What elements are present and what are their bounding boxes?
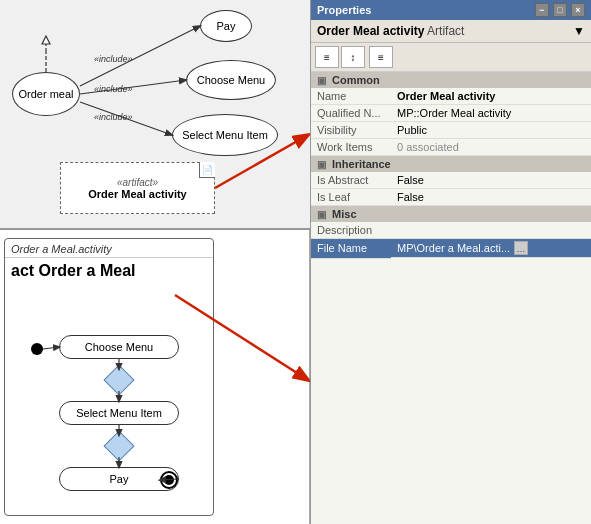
section-misc[interactable]: ▣ Misc bbox=[311, 206, 591, 223]
activity-diagram-name: act Order a Meal bbox=[5, 258, 213, 284]
toolbar-sort-btn[interactable]: ↕ bbox=[341, 46, 365, 68]
artifact-name: Order Meal activity bbox=[88, 188, 186, 200]
activity-diagram: Order a Meal.activity act Order a Meal C… bbox=[4, 238, 214, 516]
initial-node bbox=[31, 343, 43, 355]
prop-abstract-row: Is Abstract False bbox=[311, 172, 591, 189]
include-label-3: «include» bbox=[94, 112, 133, 122]
include-label-2: «include» bbox=[94, 84, 133, 94]
prop-filename-label: File Name bbox=[311, 239, 391, 259]
close-button[interactable]: × bbox=[571, 3, 585, 17]
prop-filename-value[interactable]: MP\Order a Meal.acti... bbox=[397, 242, 510, 254]
order-meal-ellipse[interactable]: Order meal bbox=[12, 72, 80, 116]
prop-name-row: Name Order Meal activity bbox=[311, 88, 591, 105]
include-label-1: «include» bbox=[94, 54, 133, 64]
section-common[interactable]: ▣ Common bbox=[311, 72, 591, 88]
artifact-file-icon: 📄 bbox=[199, 162, 215, 178]
pin-button[interactable]: − bbox=[535, 3, 549, 17]
prop-workitems-row: Work Items 0 associated bbox=[311, 139, 591, 156]
prop-qualified-label: Qualified N... bbox=[311, 105, 391, 122]
prop-description-label: Description bbox=[311, 222, 391, 239]
prop-filename-row[interactable]: File Name MP\Order a Meal.acti... … bbox=[311, 239, 591, 259]
prop-name-label: Name bbox=[311, 88, 391, 105]
diagram-area: Order meal Pay Choose Menu Select Menu I… bbox=[0, 0, 310, 524]
properties-toolbar: ≡ ↕ ≡ bbox=[311, 43, 591, 72]
artifact-stereotype: «artifact» bbox=[117, 177, 158, 188]
titlebar-controls: − □ × bbox=[535, 3, 585, 17]
properties-table: ▣ Common Name Order Meal activity Qualif… bbox=[311, 72, 591, 259]
prop-description-row: Description bbox=[311, 222, 591, 239]
prop-leaf-label: Is Leaf bbox=[311, 189, 391, 206]
pay-ellipse[interactable]: Pay bbox=[200, 10, 252, 42]
properties-panel: Properties − □ × Order Meal activity Art… bbox=[310, 0, 591, 524]
choose-menu-ellipse[interactable]: Choose Menu bbox=[186, 60, 276, 100]
properties-dropdown-icon[interactable]: ▼ bbox=[573, 24, 585, 38]
prop-leaf-row: Is Leaf False bbox=[311, 189, 591, 206]
toolbar-filter-btn[interactable]: ≡ bbox=[369, 46, 393, 68]
prop-abstract-value[interactable]: False bbox=[391, 172, 591, 189]
activity-diagram-title: Order a Meal.activity bbox=[5, 239, 213, 258]
properties-object-header: Order Meal activity Artifact ▼ bbox=[311, 20, 591, 43]
float-button[interactable]: □ bbox=[553, 3, 567, 17]
prop-visibility-label: Visibility bbox=[311, 122, 391, 139]
prop-visibility-value[interactable]: Public bbox=[391, 122, 591, 139]
prop-qualified-row: Qualified N... MP::Order Meal activity bbox=[311, 105, 591, 122]
prop-description-value[interactable] bbox=[391, 222, 591, 239]
artifact-box[interactable]: «artifact» Order Meal activity 📄 bbox=[60, 162, 215, 214]
prop-workitems-label: Work Items bbox=[311, 139, 391, 156]
prop-leaf-value[interactable]: False bbox=[391, 189, 591, 206]
properties-title: Properties bbox=[317, 4, 371, 16]
svg-line-6 bbox=[43, 347, 59, 349]
select-menu-item-ellipse[interactable]: Select Menu Item bbox=[172, 114, 278, 156]
final-node bbox=[160, 471, 178, 489]
section-inheritance[interactable]: ▣ Inheritance bbox=[311, 156, 591, 173]
select-menu-item-action[interactable]: Select Menu Item bbox=[59, 401, 179, 425]
properties-object-name: Order Meal activity bbox=[317, 24, 424, 38]
prop-visibility-row: Visibility Public bbox=[311, 122, 591, 139]
prop-name-value[interactable]: Order Meal activity bbox=[391, 88, 591, 105]
svg-marker-5 bbox=[42, 36, 50, 44]
properties-object-type: Artifact bbox=[427, 24, 464, 38]
prop-filename-browse-btn[interactable]: … bbox=[514, 241, 528, 255]
prop-abstract-label: Is Abstract bbox=[311, 172, 391, 189]
prop-qualified-value[interactable]: MP::Order Meal activity bbox=[391, 105, 591, 122]
choose-menu-action[interactable]: Choose Menu bbox=[59, 335, 179, 359]
prop-workitems-value[interactable]: 0 associated bbox=[391, 139, 591, 156]
decision-diamond-1 bbox=[103, 364, 134, 395]
toolbar-list-btn[interactable]: ≡ bbox=[315, 46, 339, 68]
decision-diamond-2 bbox=[103, 430, 134, 461]
properties-titlebar: Properties − □ × bbox=[311, 0, 591, 20]
